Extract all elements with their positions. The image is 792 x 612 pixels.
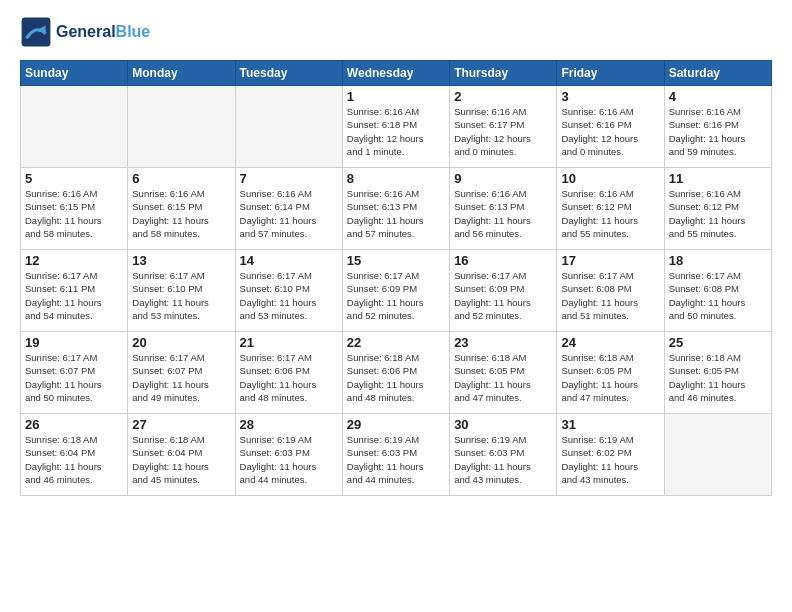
day-number: 5 — [25, 171, 123, 186]
day-number: 31 — [561, 417, 659, 432]
day-number: 12 — [25, 253, 123, 268]
calendar-cell: 15Sunrise: 6:17 AM Sunset: 6:09 PM Dayli… — [342, 250, 449, 332]
day-number: 18 — [669, 253, 767, 268]
calendar-cell: 11Sunrise: 6:16 AM Sunset: 6:12 PM Dayli… — [664, 168, 771, 250]
day-number: 8 — [347, 171, 445, 186]
calendar-cell: 8Sunrise: 6:16 AM Sunset: 6:13 PM Daylig… — [342, 168, 449, 250]
day-number: 13 — [132, 253, 230, 268]
day-info: Sunrise: 6:16 AM Sunset: 6:14 PM Dayligh… — [240, 187, 338, 240]
day-number: 2 — [454, 89, 552, 104]
day-number: 11 — [669, 171, 767, 186]
weekday-header-wednesday: Wednesday — [342, 61, 449, 86]
weekday-header-friday: Friday — [557, 61, 664, 86]
calendar-cell: 28Sunrise: 6:19 AM Sunset: 6:03 PM Dayli… — [235, 414, 342, 496]
day-number: 30 — [454, 417, 552, 432]
day-info: Sunrise: 6:16 AM Sunset: 6:12 PM Dayligh… — [561, 187, 659, 240]
day-info: Sunrise: 6:18 AM Sunset: 6:05 PM Dayligh… — [454, 351, 552, 404]
day-number: 7 — [240, 171, 338, 186]
day-info: Sunrise: 6:17 AM Sunset: 6:08 PM Dayligh… — [561, 269, 659, 322]
header: GeneralBlue — [20, 16, 772, 48]
day-info: Sunrise: 6:17 AM Sunset: 6:11 PM Dayligh… — [25, 269, 123, 322]
day-number: 9 — [454, 171, 552, 186]
day-info: Sunrise: 6:16 AM Sunset: 6:13 PM Dayligh… — [347, 187, 445, 240]
day-info: Sunrise: 6:18 AM Sunset: 6:05 PM Dayligh… — [669, 351, 767, 404]
day-info: Sunrise: 6:19 AM Sunset: 6:03 PM Dayligh… — [454, 433, 552, 486]
day-number: 28 — [240, 417, 338, 432]
calendar-cell: 27Sunrise: 6:18 AM Sunset: 6:04 PM Dayli… — [128, 414, 235, 496]
calendar-cell: 30Sunrise: 6:19 AM Sunset: 6:03 PM Dayli… — [450, 414, 557, 496]
day-number: 29 — [347, 417, 445, 432]
logo-text: GeneralBlue — [56, 23, 150, 41]
day-number: 21 — [240, 335, 338, 350]
calendar-cell: 3Sunrise: 6:16 AM Sunset: 6:16 PM Daylig… — [557, 86, 664, 168]
weekday-header-saturday: Saturday — [664, 61, 771, 86]
calendar-cell: 7Sunrise: 6:16 AM Sunset: 6:14 PM Daylig… — [235, 168, 342, 250]
day-info: Sunrise: 6:17 AM Sunset: 6:10 PM Dayligh… — [132, 269, 230, 322]
weekday-header-row: SundayMondayTuesdayWednesdayThursdayFrid… — [21, 61, 772, 86]
day-info: Sunrise: 6:17 AM Sunset: 6:06 PM Dayligh… — [240, 351, 338, 404]
day-info: Sunrise: 6:16 AM Sunset: 6:13 PM Dayligh… — [454, 187, 552, 240]
calendar-cell: 18Sunrise: 6:17 AM Sunset: 6:08 PM Dayli… — [664, 250, 771, 332]
day-info: Sunrise: 6:16 AM Sunset: 6:15 PM Dayligh… — [25, 187, 123, 240]
calendar-cell: 13Sunrise: 6:17 AM Sunset: 6:10 PM Dayli… — [128, 250, 235, 332]
day-number: 10 — [561, 171, 659, 186]
calendar-cell: 4Sunrise: 6:16 AM Sunset: 6:16 PM Daylig… — [664, 86, 771, 168]
day-number: 6 — [132, 171, 230, 186]
day-info: Sunrise: 6:18 AM Sunset: 6:04 PM Dayligh… — [25, 433, 123, 486]
calendar-table: SundayMondayTuesdayWednesdayThursdayFrid… — [20, 60, 772, 496]
calendar-cell: 22Sunrise: 6:18 AM Sunset: 6:06 PM Dayli… — [342, 332, 449, 414]
calendar-cell: 2Sunrise: 6:16 AM Sunset: 6:17 PM Daylig… — [450, 86, 557, 168]
calendar-cell: 25Sunrise: 6:18 AM Sunset: 6:05 PM Dayli… — [664, 332, 771, 414]
calendar-cell: 26Sunrise: 6:18 AM Sunset: 6:04 PM Dayli… — [21, 414, 128, 496]
calendar-cell: 21Sunrise: 6:17 AM Sunset: 6:06 PM Dayli… — [235, 332, 342, 414]
calendar-week-4: 19Sunrise: 6:17 AM Sunset: 6:07 PM Dayli… — [21, 332, 772, 414]
calendar-week-1: 1Sunrise: 6:16 AM Sunset: 6:18 PM Daylig… — [21, 86, 772, 168]
day-number: 15 — [347, 253, 445, 268]
calendar-cell: 23Sunrise: 6:18 AM Sunset: 6:05 PM Dayli… — [450, 332, 557, 414]
day-info: Sunrise: 6:16 AM Sunset: 6:18 PM Dayligh… — [347, 105, 445, 158]
weekday-header-monday: Monday — [128, 61, 235, 86]
page-container: GeneralBlue SundayMondayTuesdayWednesday… — [0, 0, 792, 612]
day-info: Sunrise: 6:18 AM Sunset: 6:04 PM Dayligh… — [132, 433, 230, 486]
calendar-cell: 14Sunrise: 6:17 AM Sunset: 6:10 PM Dayli… — [235, 250, 342, 332]
calendar-cell: 5Sunrise: 6:16 AM Sunset: 6:15 PM Daylig… — [21, 168, 128, 250]
weekday-header-thursday: Thursday — [450, 61, 557, 86]
logo-icon — [20, 16, 52, 48]
calendar-week-2: 5Sunrise: 6:16 AM Sunset: 6:15 PM Daylig… — [21, 168, 772, 250]
day-info: Sunrise: 6:17 AM Sunset: 6:08 PM Dayligh… — [669, 269, 767, 322]
calendar-cell: 24Sunrise: 6:18 AM Sunset: 6:05 PM Dayli… — [557, 332, 664, 414]
day-info: Sunrise: 6:16 AM Sunset: 6:16 PM Dayligh… — [669, 105, 767, 158]
day-info: Sunrise: 6:17 AM Sunset: 6:09 PM Dayligh… — [347, 269, 445, 322]
day-info: Sunrise: 6:18 AM Sunset: 6:05 PM Dayligh… — [561, 351, 659, 404]
day-number: 4 — [669, 89, 767, 104]
day-number: 22 — [347, 335, 445, 350]
calendar-cell: 6Sunrise: 6:16 AM Sunset: 6:15 PM Daylig… — [128, 168, 235, 250]
day-number: 27 — [132, 417, 230, 432]
day-info: Sunrise: 6:17 AM Sunset: 6:07 PM Dayligh… — [132, 351, 230, 404]
day-number: 1 — [347, 89, 445, 104]
day-info: Sunrise: 6:19 AM Sunset: 6:03 PM Dayligh… — [240, 433, 338, 486]
day-number: 25 — [669, 335, 767, 350]
day-info: Sunrise: 6:16 AM Sunset: 6:12 PM Dayligh… — [669, 187, 767, 240]
calendar-cell: 29Sunrise: 6:19 AM Sunset: 6:03 PM Dayli… — [342, 414, 449, 496]
calendar-cell: 10Sunrise: 6:16 AM Sunset: 6:12 PM Dayli… — [557, 168, 664, 250]
calendar-week-3: 12Sunrise: 6:17 AM Sunset: 6:11 PM Dayli… — [21, 250, 772, 332]
weekday-header-sunday: Sunday — [21, 61, 128, 86]
day-info: Sunrise: 6:17 AM Sunset: 6:07 PM Dayligh… — [25, 351, 123, 404]
calendar-cell — [128, 86, 235, 168]
calendar-cell: 31Sunrise: 6:19 AM Sunset: 6:02 PM Dayli… — [557, 414, 664, 496]
day-number: 14 — [240, 253, 338, 268]
day-number: 20 — [132, 335, 230, 350]
day-number: 17 — [561, 253, 659, 268]
calendar-cell: 9Sunrise: 6:16 AM Sunset: 6:13 PM Daylig… — [450, 168, 557, 250]
day-info: Sunrise: 6:17 AM Sunset: 6:10 PM Dayligh… — [240, 269, 338, 322]
day-info: Sunrise: 6:16 AM Sunset: 6:17 PM Dayligh… — [454, 105, 552, 158]
calendar-cell: 17Sunrise: 6:17 AM Sunset: 6:08 PM Dayli… — [557, 250, 664, 332]
day-info: Sunrise: 6:19 AM Sunset: 6:03 PM Dayligh… — [347, 433, 445, 486]
day-info: Sunrise: 6:16 AM Sunset: 6:16 PM Dayligh… — [561, 105, 659, 158]
weekday-header-tuesday: Tuesday — [235, 61, 342, 86]
day-number: 19 — [25, 335, 123, 350]
logo: GeneralBlue — [20, 16, 150, 48]
day-number: 23 — [454, 335, 552, 350]
calendar-cell — [235, 86, 342, 168]
